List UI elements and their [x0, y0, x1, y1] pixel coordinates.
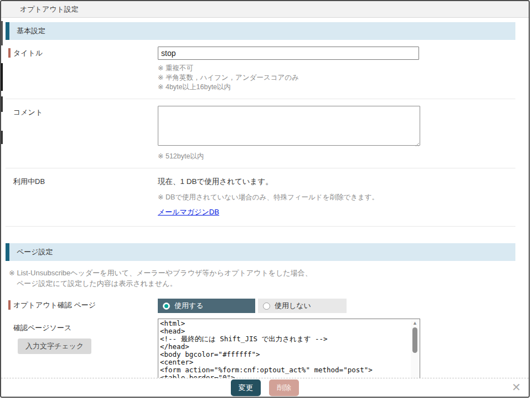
required-marker: [8, 48, 11, 58]
section-page-title: ページ設定: [17, 248, 53, 256]
page-note-line1: ※ List-Unsubscribeヘッダーを用いて、メーラーやブラウザ等からオ…: [9, 268, 515, 278]
optout-settings-dialog: オプトアウト設定 基本設定 タイトル ※ 重複不可 ※ 半角英数，ハイフン，アン…: [0, 0, 530, 398]
title-note-unique: ※ 重複不可: [158, 64, 515, 73]
dialog-title: オプトアウト設定: [20, 4, 79, 14]
title-note-length: ※ 4byte以上16byte以内: [158, 83, 515, 92]
dialog-body: 基本設定 タイトル ※ 重複不可 ※ 半角英数，ハイフン，アンダースコアのみ ※…: [1, 18, 515, 378]
scroll-up-icon[interactable]: ▲: [411, 320, 419, 326]
field-row-confirm-page: オプトアウト確認 ページ 使用する 使用しない: [6, 291, 515, 316]
comment-note-length: ※ 512byte以内: [158, 152, 515, 161]
required-marker: [8, 300, 11, 310]
field-row-title: タイトル ※ 重複不可 ※ 半角英数，ハイフン，アンダースコアのみ ※ 4byt…: [6, 40, 515, 99]
title-note-charset: ※ 半角英数，ハイフン，アンダースコアのみ: [158, 73, 515, 83]
db-note: ※ DBで使用されていない場合のみ、特殊フィールドを削除できます。: [158, 193, 515, 202]
section-basic-title: 基本設定: [17, 27, 45, 35]
option-use[interactable]: 使用する: [158, 299, 255, 313]
change-button[interactable]: 変更: [231, 380, 261, 396]
comment-label: コメント: [6, 106, 158, 161]
option-not-use[interactable]: 使用しない: [258, 299, 347, 313]
db-status-text: 現在、1 DBで使用されています。: [158, 175, 515, 187]
source-label-col: 確認ページソース 入力文字チェック: [6, 319, 158, 378]
input-check-button[interactable]: 入力文字チェック: [18, 339, 91, 354]
confirm-page-option-group: 使用する 使用しない: [158, 299, 515, 313]
radio-selected-icon: [163, 302, 170, 310]
code-scrollbar[interactable]: ▲ ▼: [411, 320, 419, 378]
radio-unselected-icon: [263, 302, 270, 310]
source-label: 確認ページソース: [13, 323, 158, 333]
dialog-footer: 変更 削除 ✕: [1, 378, 529, 397]
page-section-note: ※ List-Unsubscribeヘッダーを用いて、メーラーやブラウザ等からオ…: [9, 268, 515, 289]
page-note-line2: ページ設定にて設定した内容は表示されません。: [9, 278, 515, 289]
delete-button[interactable]: 削除: [269, 380, 299, 396]
db-link[interactable]: メールマガジンDB: [158, 207, 219, 217]
confirm-page-label: オプトアウト確認 ページ: [6, 299, 158, 313]
code-scrollbar-thumb[interactable]: [412, 327, 417, 353]
close-icon[interactable]: ✕: [512, 381, 521, 394]
title-label: タイトル: [6, 47, 158, 92]
source-code-textarea[interactable]: <html> <head> <!-- 最終的には Shift_JIS で出力され…: [158, 319, 420, 378]
source-code-content: <html> <head> <!-- 最終的には Shift_JIS で出力され…: [158, 319, 420, 378]
field-row-source: 確認ページソース 入力文字チェック <html> <head> <!-- 最終的…: [6, 316, 515, 378]
section-page-header: ページ設定: [6, 243, 515, 261]
section-basic-header: 基本設定: [6, 22, 515, 40]
field-row-db: 利用中DB 現在、1 DBで使用されています。 ※ DBで使用されていない場合の…: [6, 168, 515, 227]
field-row-comment: コメント ※ 512byte以内: [6, 99, 515, 168]
db-label: 利用中DB: [6, 175, 158, 217]
comment-textarea[interactable]: [158, 106, 420, 146]
title-input[interactable]: [158, 47, 419, 60]
dialog-titlebar: オプトアウト設定: [1, 1, 529, 18]
